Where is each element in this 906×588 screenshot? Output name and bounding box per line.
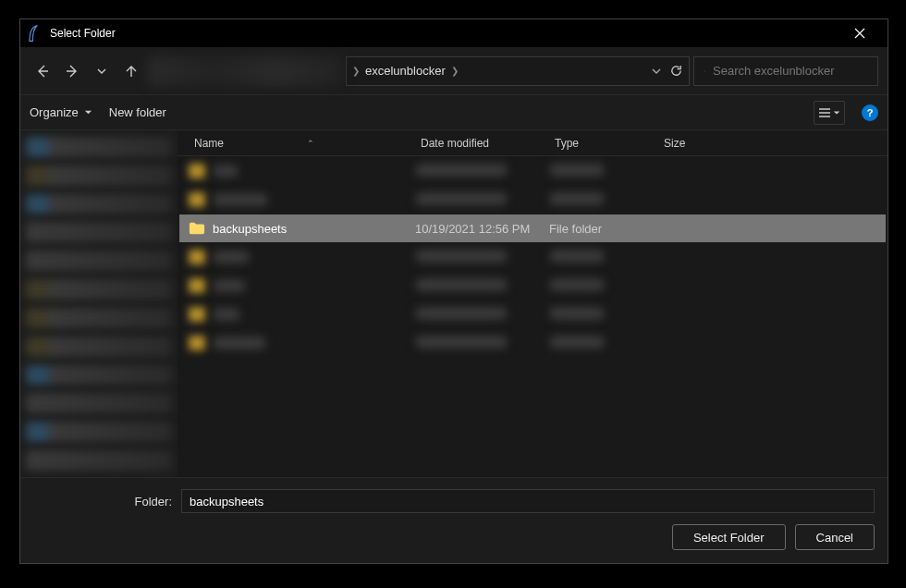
- file-list[interactable]: backupsheets 10/19/2021 12:56 PM File fo…: [178, 156, 888, 477]
- close-icon: [854, 28, 865, 39]
- file-row-obscured[interactable]: [179, 272, 886, 300]
- breadcrumb-current[interactable]: excelunblocker: [365, 64, 446, 78]
- titlebar: Select Folder: [20, 19, 888, 47]
- view-options-button[interactable]: [814, 101, 845, 125]
- sidebar-item-obscured[interactable]: [26, 337, 172, 357]
- file-date: 10/19/2021 12:56 PM: [415, 222, 549, 236]
- file-list-pane: Name ⌃ Date modified Type Size: [178, 130, 888, 477]
- sort-indicator-icon: ⌃: [307, 139, 314, 148]
- list-view-icon: [818, 107, 831, 118]
- column-header-date[interactable]: Date modified: [421, 137, 555, 150]
- arrow-left-icon: [35, 64, 50, 79]
- sidebar-item-obscured[interactable]: [26, 308, 172, 328]
- caret-down-icon: [833, 109, 840, 116]
- up-button[interactable]: [118, 58, 144, 84]
- folder-icon: [189, 221, 205, 236]
- address-path-obscured: [148, 56, 342, 86]
- sidebar-item-obscured[interactable]: [26, 194, 172, 214]
- recent-locations-button[interactable]: [89, 58, 115, 84]
- file-row-obscured[interactable]: [179, 157, 886, 185]
- sidebar-item-obscured[interactable]: [26, 251, 172, 271]
- chevron-down-icon[interactable]: [651, 66, 662, 77]
- chevron-right-icon: ❯: [352, 66, 360, 76]
- navbar: ❯ excelunblocker ❯: [20, 47, 888, 95]
- file-row-obscured[interactable]: [179, 329, 886, 357]
- dialog-footer: Folder: Select Folder Cancel: [20, 477, 888, 563]
- column-header-size[interactable]: Size: [664, 137, 728, 150]
- file-row-selected[interactable]: backupsheets 10/19/2021 12:56 PM File fo…: [179, 214, 886, 242]
- sidebar-item-obscured[interactable]: [26, 222, 172, 242]
- folder-input-label: Folder:: [33, 495, 172, 508]
- body: Name ⌃ Date modified Type Size: [20, 130, 888, 477]
- file-row-obscured[interactable]: [179, 243, 886, 271]
- svg-point-0: [704, 70, 704, 71]
- arrow-up-icon: [124, 64, 139, 79]
- select-folder-button[interactable]: Select Folder: [672, 524, 786, 550]
- navigation-tree[interactable]: [20, 130, 178, 477]
- column-header-type[interactable]: Type: [555, 137, 664, 150]
- column-headers: Name ⌃ Date modified Type Size: [178, 130, 888, 156]
- cancel-button[interactable]: Cancel: [795, 524, 875, 550]
- search-box[interactable]: [693, 56, 878, 86]
- file-name: backupsheets: [213, 222, 287, 236]
- organize-menu[interactable]: Organize: [30, 105, 92, 119]
- search-icon: [704, 65, 705, 78]
- help-icon[interactable]: ?: [862, 104, 878, 121]
- toolbar: Organize New folder ?: [20, 95, 888, 130]
- folder-name-input[interactable]: [181, 489, 875, 513]
- file-row-obscured[interactable]: [179, 186, 886, 214]
- select-folder-dialog: Select Folder ❯ excelunblocker ❯: [19, 18, 888, 564]
- app-icon: [28, 24, 41, 43]
- caret-down-icon: [84, 108, 92, 116]
- file-type: File folder: [549, 222, 658, 236]
- back-button[interactable]: [30, 58, 55, 84]
- sidebar-item-obscured[interactable]: [26, 137, 172, 157]
- window-title: Select Folder: [50, 27, 116, 40]
- forward-button[interactable]: [59, 58, 85, 84]
- address-bar[interactable]: ❯ excelunblocker ❯: [346, 56, 690, 86]
- column-header-name[interactable]: Name ⌃: [194, 137, 421, 150]
- sidebar-item-obscured[interactable]: [26, 279, 172, 300]
- new-folder-button[interactable]: New folder: [109, 105, 166, 119]
- search-input[interactable]: [713, 64, 868, 78]
- chevron-right-icon: ❯: [451, 66, 459, 76]
- sidebar-item-obscured[interactable]: [26, 165, 172, 186]
- sidebar-item-obscured[interactable]: [26, 393, 172, 413]
- sidebar-item-obscured[interactable]: [26, 365, 172, 386]
- sidebar-item-obscured[interactable]: [26, 422, 172, 442]
- arrow-right-icon: [65, 64, 80, 79]
- close-button[interactable]: [839, 19, 880, 47]
- file-row-obscured[interactable]: [179, 300, 886, 328]
- sidebar-item-obscured[interactable]: [26, 450, 172, 471]
- chevron-down-icon: [96, 66, 107, 77]
- refresh-icon[interactable]: [669, 64, 683, 78]
